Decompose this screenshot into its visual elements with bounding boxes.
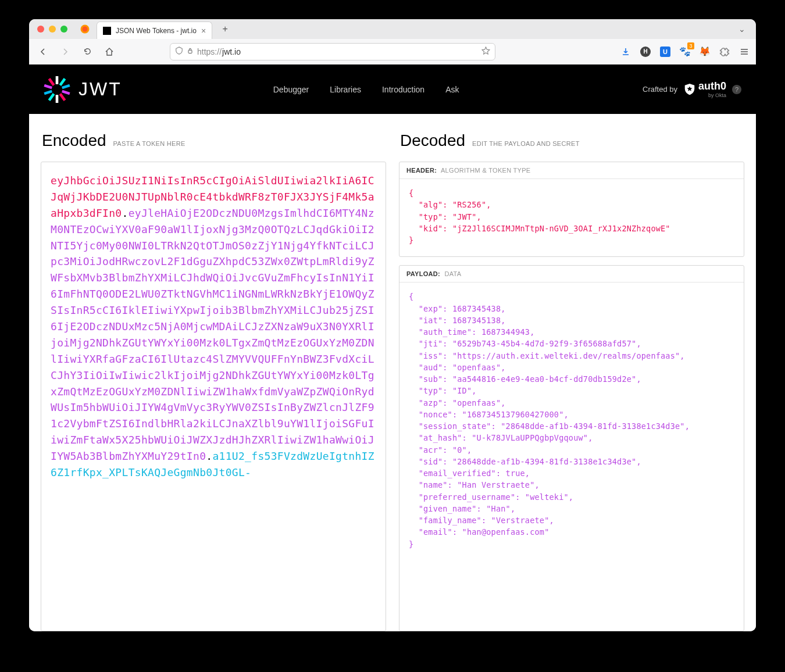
- svg-rect-4: [56, 95, 59, 103]
- encoded-token-editor[interactable]: eyJhbGciOiJSUzI1NiIsInR5cCIgOiAiSldUIiwi…: [41, 162, 386, 631]
- svg-rect-3: [56, 76, 59, 84]
- svg-rect-6: [48, 93, 55, 101]
- minimize-window-button[interactable]: [49, 26, 56, 33]
- browser-window: JSON Web Tokens - jwt.io × + ⌄ https://j…: [29, 19, 756, 631]
- jwt-logo-icon: [44, 76, 70, 103]
- tab-title: JSON Web Tokens - jwt.io: [116, 27, 197, 35]
- crafted-by: Crafted by auth0 by Okta ?: [643, 80, 741, 98]
- svg-rect-2: [188, 50, 192, 53]
- nav-introduction[interactable]: Introduction: [382, 85, 424, 94]
- decoded-header-label-row: HEADER: ALGORITHM & TOKEN TYPE: [399, 162, 744, 179]
- home-button[interactable]: [101, 44, 117, 60]
- lock-icon[interactable]: [187, 47, 194, 56]
- tab-list-dropdown[interactable]: ⌄: [734, 22, 750, 36]
- new-tab-button[interactable]: +: [218, 22, 232, 36]
- reload-button[interactable]: [79, 44, 95, 60]
- header-label: HEADER:: [406, 167, 437, 174]
- decoded-header-json[interactable]: { "alg": "RS256", "typ": "JWT", "kid": "…: [399, 179, 744, 256]
- decoded-column: Decoded EDIT THE PAYLOAD AND SECRET HEAD…: [399, 131, 744, 631]
- address-bar[interactable]: https://jwt.io: [170, 43, 495, 60]
- by-okta-text: by Okta: [708, 92, 726, 98]
- auth0-text: auth0: [698, 80, 726, 92]
- decoded-title: Decoded: [400, 131, 465, 150]
- url-scheme: https://: [197, 47, 222, 56]
- crafted-by-label: Crafted by: [643, 85, 677, 94]
- url-toolbar: https://jwt.io H U 🐾 3 🦊: [29, 39, 756, 65]
- back-button[interactable]: [35, 44, 51, 60]
- extension-fox-icon[interactable]: 🦊: [699, 46, 711, 58]
- decoded-subtitle: EDIT THE PAYLOAD AND SECRET: [472, 140, 580, 147]
- decoded-payload-box: PAYLOAD: DATA { "exp": 1687345438, "iat"…: [399, 265, 744, 631]
- logo-text: JWT: [78, 78, 122, 100]
- svg-rect-9: [62, 90, 70, 95]
- svg-rect-12: [48, 78, 55, 86]
- jwt-separator: .: [206, 450, 212, 462]
- svg-rect-11: [59, 93, 66, 101]
- extension-u-icon[interactable]: U: [659, 46, 671, 58]
- help-icon[interactable]: ?: [732, 85, 741, 94]
- encoded-subtitle: PASTE A TOKEN HERE: [113, 140, 185, 147]
- url-host: jwt.io: [222, 47, 241, 56]
- nav-libraries[interactable]: Libraries: [330, 85, 361, 94]
- forward-button[interactable]: [57, 44, 73, 60]
- nav-debugger[interactable]: Debugger: [273, 85, 309, 94]
- auth0-logo[interactable]: auth0 by Okta: [683, 80, 726, 98]
- hamburger-menu-icon[interactable]: [738, 46, 750, 58]
- decoded-payload-json[interactable]: { "exp": 1687345438, "iat": 1687345138, …: [399, 283, 744, 560]
- download-icon[interactable]: [620, 46, 631, 58]
- extension-badge: 3: [687, 42, 694, 49]
- extension-paw-icon[interactable]: 🐾 3: [679, 46, 691, 58]
- extension-h-icon[interactable]: H: [640, 46, 651, 58]
- window-controls: [37, 26, 67, 33]
- bookmark-star-icon[interactable]: [481, 47, 490, 57]
- main-nav: Debugger Libraries Introduction Ask: [273, 85, 459, 94]
- svg-rect-10: [44, 84, 52, 89]
- extensions-puzzle-icon[interactable]: [719, 46, 730, 58]
- tab-bar: JSON Web Tokens - jwt.io × + ⌄: [29, 19, 756, 39]
- shield-icon[interactable]: [175, 47, 183, 56]
- auth0-shield-icon: [683, 83, 696, 96]
- jwt-separator: .: [122, 207, 129, 219]
- maximize-window-button[interactable]: [60, 26, 67, 33]
- firefox-icon: [79, 23, 91, 35]
- payload-sublabel: DATA: [444, 270, 461, 277]
- svg-rect-7: [62, 84, 70, 89]
- svg-rect-8: [44, 90, 52, 95]
- header-sublabel: ALGORITHM & TOKEN TYPE: [441, 167, 531, 174]
- svg-rect-5: [59, 78, 66, 86]
- encoded-column: Encoded PASTE A TOKEN HERE eyJhbGciOiJSU…: [41, 131, 386, 631]
- decoded-payload-label-row: PAYLOAD: DATA: [399, 266, 744, 283]
- jwt-logo[interactable]: JWT: [44, 76, 122, 103]
- svg-point-1: [83, 27, 88, 32]
- jwt-favicon-icon: [103, 27, 111, 35]
- encoded-title: Encoded: [42, 131, 106, 150]
- close-window-button[interactable]: [37, 26, 44, 33]
- payload-label: PAYLOAD:: [406, 270, 440, 277]
- browser-tab[interactable]: JSON Web Tokens - jwt.io ×: [97, 22, 212, 39]
- jwt-payload-segment: eyJleHAiOjE2ODczNDU0MzgsImlhdCI6MTY4NzM0…: [51, 207, 374, 462]
- close-tab-button[interactable]: ×: [201, 26, 206, 35]
- nav-ask[interactable]: Ask: [445, 85, 459, 94]
- site-header: JWT Debugger Libraries Introduction Ask …: [29, 65, 756, 114]
- debugger-content: Encoded PASTE A TOKEN HERE eyJhbGciOiJSU…: [29, 114, 756, 631]
- decoded-header-box: HEADER: ALGORITHM & TOKEN TYPE { "alg": …: [399, 162, 744, 257]
- toolbar-right: H U 🐾 3 🦊: [620, 46, 750, 58]
